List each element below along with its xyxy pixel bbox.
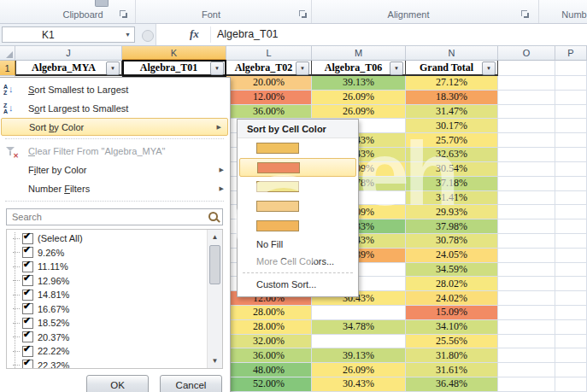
cell-n8[interactable]: 30.54% [406, 162, 498, 177]
cell-p10[interactable] [555, 191, 587, 206]
cancel-button[interactable]: Cancel [160, 375, 222, 392]
cell-m20[interactable] [312, 335, 406, 349]
cell-l18[interactable]: 28.00% [226, 306, 312, 320]
menu-item-number-filters[interactable]: Number Filters▶ [0, 179, 230, 198]
cell-p11[interactable] [555, 205, 587, 219]
cell-l19[interactable]: 28.00% [226, 320, 312, 335]
filter-dropdown-button[interactable]: ▼ [296, 61, 309, 75]
cell-p3[interactable] [555, 91, 587, 105]
custom-sort-item[interactable]: Custom Sort... [238, 276, 358, 293]
filter-list-item[interactable]: ✔14.81% [12, 288, 207, 302]
cell-o23[interactable] [498, 377, 555, 392]
cell-n4[interactable]: 31.47% [406, 105, 498, 120]
filter-list-item[interactable]: ✔(Select All) [12, 231, 207, 246]
cell-m3[interactable]: 26.09% [312, 91, 406, 105]
cell-p15[interactable] [555, 263, 587, 278]
cell-m21[interactable]: 39.13% [312, 348, 406, 363]
select-all-corner[interactable] [0, 46, 15, 61]
column-header-p[interactable]: P [555, 46, 587, 61]
cell-o22[interactable] [498, 363, 555, 377]
cell-o20[interactable] [498, 335, 555, 349]
cell-p16[interactable] [555, 277, 587, 291]
header-cell-empty[interactable] [555, 61, 587, 76]
checkbox-icon[interactable]: ✔ [22, 261, 33, 272]
cell-o3[interactable] [498, 91, 555, 105]
search-icon[interactable] [207, 211, 219, 223]
ok-button[interactable]: OK [86, 375, 149, 392]
search-input[interactable] [10, 211, 207, 223]
cell-n17[interactable]: 24.02% [406, 291, 498, 306]
color-swatch-item-1[interactable] [238, 138, 358, 158]
checkbox-icon[interactable]: ✔ [22, 346, 33, 357]
checkbox-icon[interactable]: ✔ [22, 290, 33, 301]
cell-n11[interactable]: 29.93% [406, 205, 498, 219]
filter-dropdown-button[interactable]: ▼ [482, 61, 496, 75]
cell-p13[interactable] [555, 234, 587, 249]
cell-n13[interactable]: 30.78% [406, 234, 498, 249]
color-swatch-item-5[interactable] [238, 216, 358, 236]
header-cell-n[interactable]: Grand Total▼ [406, 61, 498, 76]
cell-n14[interactable]: 24.05% [406, 249, 498, 263]
cell-o6[interactable] [498, 133, 555, 148]
cell-o4[interactable] [498, 105, 555, 120]
cell-p19[interactable] [555, 320, 587, 335]
cell-n6[interactable]: 25.70% [406, 133, 498, 148]
cell-m22[interactable]: 26.09% [312, 363, 406, 377]
menu-item-clear-filter-from-algebra-mya[interactable]: ✕Clear Filter From "Algebra_MYA" [0, 142, 230, 161]
cell-m23[interactable]: 30.43% [312, 377, 406, 392]
cell-n7[interactable]: 32.63% [406, 148, 498, 162]
filter-dropdown-button[interactable]: ▼ [210, 61, 224, 75]
cell-l21[interactable]: 36.00% [226, 348, 312, 363]
cell-p14[interactable] [555, 249, 587, 263]
cell-n22[interactable]: 31.61% [406, 363, 498, 377]
checkbox-icon[interactable]: ✔ [22, 331, 33, 342]
dialog-launcher-icon[interactable] [299, 10, 308, 19]
cell-o12[interactable] [498, 219, 555, 234]
cell-l23[interactable]: 52.00% [226, 377, 312, 392]
cell-p4[interactable] [555, 105, 587, 120]
header-cell-l[interactable]: Algebra_T02▼ [226, 61, 312, 76]
cell-n2[interactable]: 27.12% [406, 76, 498, 91]
cell-m18[interactable] [312, 306, 406, 320]
insert-function-icon[interactable]: fx [190, 27, 199, 41]
cell-o13[interactable] [498, 234, 555, 249]
menu-item-sort-largest-to-smallest[interactable]: ZA↓Sort Largest to Smallest [0, 99, 230, 118]
filter-list-item[interactable]: ✔16.67% [12, 302, 207, 317]
cell-p17[interactable] [555, 291, 587, 306]
cell-p20[interactable] [555, 335, 587, 349]
filter-list-item[interactable]: ✔22.22% [12, 344, 207, 359]
cell-p21[interactable] [555, 348, 587, 363]
filter-list-item[interactable]: ✔12.96% [12, 274, 207, 289]
filter-list-item[interactable]: ✔20.37% [12, 331, 207, 345]
menu-item-sort-smallest-to-largest[interactable]: AZ↓Sort Smallest to Largest [0, 80, 230, 99]
formula-text[interactable]: Algebra_T01 [217, 28, 279, 40]
filter-list-item[interactable]: ✔22.32% [12, 359, 207, 370]
column-header-j[interactable]: J [15, 46, 122, 61]
header-cell-j[interactable]: Algebra_MYA▼ [15, 61, 122, 76]
cell-n9[interactable]: 37.18% [406, 177, 498, 191]
cell-n18[interactable]: 15.09% [406, 306, 498, 320]
cell-o2[interactable] [498, 76, 555, 91]
cell-o10[interactable] [498, 191, 555, 206]
cell-o18[interactable] [498, 306, 555, 320]
cell-o5[interactable] [498, 119, 555, 133]
color-swatch-item-2[interactable] [239, 158, 356, 177]
scroll-up-icon[interactable]: ▲ [208, 231, 222, 243]
cell-p7[interactable] [555, 148, 587, 162]
cell-p9[interactable] [555, 177, 587, 191]
cell-l3[interactable]: 12.00% [226, 91, 312, 105]
search-box[interactable] [6, 208, 223, 225]
cell-p23[interactable] [555, 377, 587, 392]
cell-l20[interactable]: 32.00% [226, 335, 312, 349]
cell-p2[interactable] [555, 76, 587, 91]
checkbox-icon[interactable]: ✔ [22, 360, 33, 369]
cell-p18[interactable] [555, 306, 587, 320]
cell-n16[interactable]: 28.02% [406, 277, 498, 291]
column-header-n[interactable]: N [406, 46, 498, 61]
cell-o16[interactable] [498, 277, 555, 291]
cell-l2[interactable]: 20.00% [226, 76, 312, 91]
cell-m2[interactable]: 39.13% [312, 76, 406, 91]
header-cell-m[interactable]: Algebra_T06▼ [312, 61, 406, 76]
cell-l4[interactable]: 36.00% [226, 105, 312, 120]
cell-n21[interactable]: 31.80% [406, 348, 498, 363]
